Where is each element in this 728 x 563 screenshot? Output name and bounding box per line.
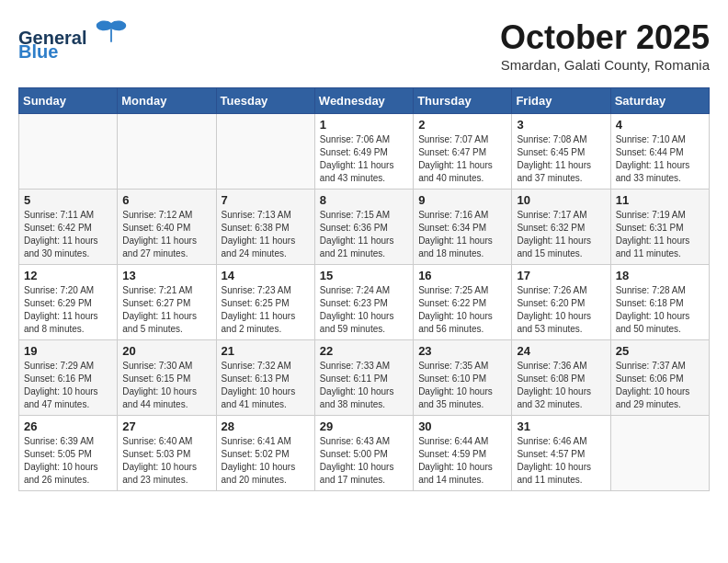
day-number: 3 <box>517 118 605 132</box>
location: Smardan, Galati County, Romania <box>500 57 710 73</box>
day-info: Sunrise: 7:16 AM Sunset: 6:34 PM Dayligh… <box>418 209 506 260</box>
calendar-day-11: 11Sunrise: 7:19 AM Sunset: 6:31 PM Dayli… <box>610 190 709 265</box>
weekday-header-tuesday: Tuesday <box>216 88 314 114</box>
day-number: 13 <box>122 269 210 282</box>
calendar-day-25: 25Sunrise: 7:37 AM Sunset: 6:06 PM Dayli… <box>610 340 709 416</box>
day-info: Sunrise: 7:21 AM Sunset: 6:27 PM Dayligh… <box>122 284 210 336</box>
weekday-header-thursday: Thursday <box>414 88 512 114</box>
day-number: 19 <box>24 344 112 358</box>
logo-bird-icon <box>95 18 128 44</box>
day-info: Sunrise: 7:24 AM Sunset: 6:23 PM Dayligh… <box>320 284 408 336</box>
day-info: Sunrise: 7:11 AM Sunset: 6:42 PM Dayligh… <box>24 209 112 260</box>
day-number: 31 <box>517 419 605 433</box>
calendar-day-8: 8Sunrise: 7:15 AM Sunset: 6:36 PM Daylig… <box>314 190 413 265</box>
calendar-day-27: 27Sunrise: 6:40 AM Sunset: 5:03 PM Dayli… <box>118 416 216 491</box>
day-number: 5 <box>24 193 112 207</box>
day-info: Sunrise: 6:41 AM Sunset: 5:02 PM Dayligh… <box>222 435 310 487</box>
day-info: Sunrise: 7:35 AM Sunset: 6:10 PM Dayligh… <box>418 360 506 411</box>
day-info: Sunrise: 7:23 AM Sunset: 6:25 PM Dayligh… <box>222 284 310 336</box>
calendar-day-3: 3Sunrise: 7:08 AM Sunset: 6:45 PM Daylig… <box>512 114 610 190</box>
day-info: Sunrise: 6:44 AM Sunset: 4:59 PM Dayligh… <box>418 435 506 487</box>
day-number: 8 <box>320 193 408 207</box>
logo-blue: Blue <box>18 41 58 63</box>
day-number: 7 <box>222 193 310 207</box>
page-header: General Blue October 2025 Smardan, Galat… <box>18 18 710 73</box>
day-info: Sunrise: 6:43 AM Sunset: 5:00 PM Dayligh… <box>320 435 408 487</box>
day-info: Sunrise: 7:06 AM Sunset: 6:49 PM Dayligh… <box>320 133 408 185</box>
day-info: Sunrise: 7:28 AM Sunset: 6:18 PM Dayligh… <box>616 284 704 336</box>
day-number: 1 <box>320 118 408 132</box>
calendar-day-7: 7Sunrise: 7:13 AM Sunset: 6:38 PM Daylig… <box>216 190 314 265</box>
day-info: Sunrise: 7:30 AM Sunset: 6:15 PM Dayligh… <box>122 360 210 411</box>
calendar-empty-cell <box>610 416 709 491</box>
calendar-week-row: 26Sunrise: 6:39 AM Sunset: 5:05 PM Dayli… <box>19 416 710 491</box>
day-info: Sunrise: 7:32 AM Sunset: 6:13 PM Dayligh… <box>222 360 310 411</box>
calendar-day-12: 12Sunrise: 7:20 AM Sunset: 6:29 PM Dayli… <box>19 265 118 340</box>
weekday-header-wednesday: Wednesday <box>314 88 413 114</box>
calendar-day-20: 20Sunrise: 7:30 AM Sunset: 6:15 PM Dayli… <box>118 340 216 416</box>
day-number: 12 <box>24 269 112 282</box>
day-info: Sunrise: 7:33 AM Sunset: 6:11 PM Dayligh… <box>320 360 408 411</box>
calendar-day-26: 26Sunrise: 6:39 AM Sunset: 5:05 PM Dayli… <box>19 416 118 491</box>
calendar-day-6: 6Sunrise: 7:12 AM Sunset: 6:40 PM Daylig… <box>118 190 216 265</box>
calendar-week-row: 19Sunrise: 7:29 AM Sunset: 6:16 PM Dayli… <box>19 340 710 416</box>
day-info: Sunrise: 7:36 AM Sunset: 6:08 PM Dayligh… <box>517 360 605 411</box>
calendar-day-29: 29Sunrise: 6:43 AM Sunset: 5:00 PM Dayli… <box>314 416 413 491</box>
weekday-header-friday: Friday <box>512 88 610 114</box>
day-number: 10 <box>517 193 605 207</box>
calendar-empty-cell <box>19 114 118 190</box>
day-number: 24 <box>517 344 605 358</box>
calendar-day-5: 5Sunrise: 7:11 AM Sunset: 6:42 PM Daylig… <box>19 190 118 265</box>
day-number: 23 <box>418 344 506 358</box>
day-info: Sunrise: 6:39 AM Sunset: 5:05 PM Dayligh… <box>24 435 112 487</box>
day-number: 26 <box>24 419 112 433</box>
calendar-day-13: 13Sunrise: 7:21 AM Sunset: 6:27 PM Dayli… <box>118 265 216 340</box>
day-number: 17 <box>517 269 605 282</box>
day-info: Sunrise: 7:08 AM Sunset: 6:45 PM Dayligh… <box>517 133 605 185</box>
day-number: 2 <box>418 118 506 132</box>
weekday-header-monday: Monday <box>118 88 216 114</box>
calendar-day-19: 19Sunrise: 7:29 AM Sunset: 6:16 PM Dayli… <box>19 340 118 416</box>
day-info: Sunrise: 6:46 AM Sunset: 4:57 PM Dayligh… <box>517 435 605 487</box>
day-number: 11 <box>616 193 704 207</box>
day-number: 14 <box>222 269 310 282</box>
day-number: 29 <box>320 419 408 433</box>
day-number: 9 <box>418 193 506 207</box>
day-number: 6 <box>122 193 210 207</box>
month-title: October 2025 <box>500 18 710 57</box>
day-info: Sunrise: 7:19 AM Sunset: 6:31 PM Dayligh… <box>616 209 704 260</box>
day-number: 25 <box>616 344 704 358</box>
title-section: October 2025 Smardan, Galati County, Rom… <box>500 18 710 73</box>
day-info: Sunrise: 7:26 AM Sunset: 6:20 PM Dayligh… <box>517 284 605 336</box>
calendar-day-15: 15Sunrise: 7:24 AM Sunset: 6:23 PM Dayli… <box>314 265 413 340</box>
day-number: 28 <box>222 419 310 433</box>
calendar-day-22: 22Sunrise: 7:33 AM Sunset: 6:11 PM Dayli… <box>314 340 413 416</box>
calendar-day-9: 9Sunrise: 7:16 AM Sunset: 6:34 PM Daylig… <box>414 190 512 265</box>
day-info: Sunrise: 7:17 AM Sunset: 6:32 PM Dayligh… <box>517 209 605 260</box>
day-info: Sunrise: 7:15 AM Sunset: 6:36 PM Dayligh… <box>320 209 408 260</box>
calendar-day-31: 31Sunrise: 6:46 AM Sunset: 4:57 PM Dayli… <box>512 416 610 491</box>
calendar-day-18: 18Sunrise: 7:28 AM Sunset: 6:18 PM Dayli… <box>610 265 709 340</box>
day-info: Sunrise: 7:29 AM Sunset: 6:16 PM Dayligh… <box>24 360 112 411</box>
calendar-table: SundayMondayTuesdayWednesdayThursdayFrid… <box>18 87 710 491</box>
calendar-empty-cell <box>216 114 314 190</box>
calendar-day-30: 30Sunrise: 6:44 AM Sunset: 4:59 PM Dayli… <box>414 416 512 491</box>
day-info: Sunrise: 6:40 AM Sunset: 5:03 PM Dayligh… <box>122 435 210 487</box>
calendar-day-24: 24Sunrise: 7:36 AM Sunset: 6:08 PM Dayli… <box>512 340 610 416</box>
day-number: 18 <box>616 269 704 282</box>
day-info: Sunrise: 7:25 AM Sunset: 6:22 PM Dayligh… <box>418 284 506 336</box>
calendar-day-28: 28Sunrise: 6:41 AM Sunset: 5:02 PM Dayli… <box>216 416 314 491</box>
calendar-week-row: 1Sunrise: 7:06 AM Sunset: 6:49 PM Daylig… <box>19 114 710 190</box>
calendar-day-14: 14Sunrise: 7:23 AM Sunset: 6:25 PM Dayli… <box>216 265 314 340</box>
day-number: 30 <box>418 419 506 433</box>
calendar-day-2: 2Sunrise: 7:07 AM Sunset: 6:47 PM Daylig… <box>414 114 512 190</box>
day-number: 15 <box>320 269 408 282</box>
day-number: 27 <box>122 419 210 433</box>
day-info: Sunrise: 7:10 AM Sunset: 6:44 PM Dayligh… <box>616 133 704 185</box>
calendar-day-16: 16Sunrise: 7:25 AM Sunset: 6:22 PM Dayli… <box>414 265 512 340</box>
calendar-day-17: 17Sunrise: 7:26 AM Sunset: 6:20 PM Dayli… <box>512 265 610 340</box>
day-number: 22 <box>320 344 408 358</box>
calendar-week-row: 12Sunrise: 7:20 AM Sunset: 6:29 PM Dayli… <box>19 265 710 340</box>
day-number: 20 <box>122 344 210 358</box>
calendar-day-10: 10Sunrise: 7:17 AM Sunset: 6:32 PM Dayli… <box>512 190 610 265</box>
